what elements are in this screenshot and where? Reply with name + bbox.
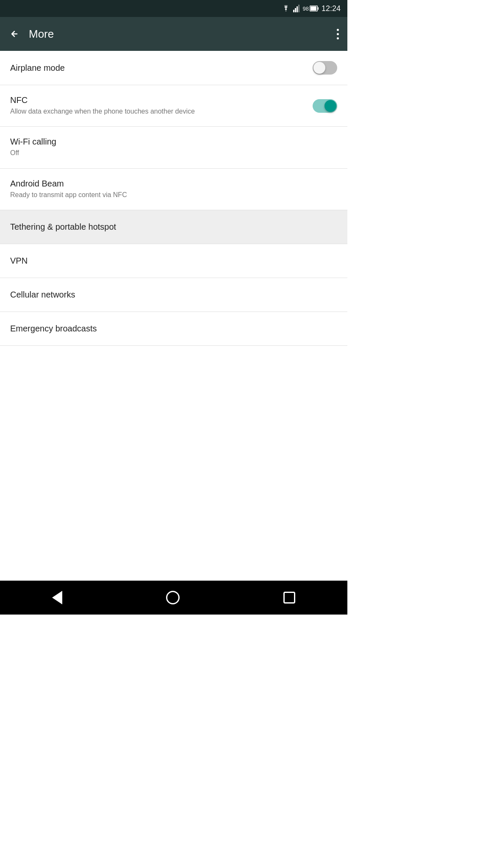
settings-item-airplane-mode[interactable]: Airplane mode [0,51,347,85]
battery-indicator: 98 [302,6,319,12]
toggle-nfc[interactable] [313,99,337,113]
settings-item-cellular-networks[interactable]: Cellular networks [0,278,347,312]
nav-recent-button[interactable] [283,592,295,604]
dot3 [337,37,339,39]
wifi-icon [281,5,291,12]
settings-item-title-tethering: Tethering & portable hotspot [10,222,116,231]
settings-item-content-tethering: Tethering & portable hotspot [10,222,337,232]
settings-item-subtitle-wifi-calling: Off [10,148,337,158]
settings-item-tethering[interactable]: Tethering & portable hotspot [0,210,347,244]
settings-item-title-airplane-mode: Airplane mode [10,63,65,72]
settings-item-content-emergency-broadcasts: Emergency broadcasts [10,324,337,334]
settings-item-content-airplane-mode: Airplane mode [10,63,313,73]
app-bar: More [0,17,347,51]
svg-rect-5 [311,6,316,11]
settings-item-content-wifi-calling: Wi-Fi callingOff [10,137,337,158]
nav-back-button[interactable] [52,591,62,604]
status-icons: 98 12:24 [281,4,341,13]
dot2 [337,33,339,35]
battery-level: 98 [302,6,308,12]
settings-item-title-emergency-broadcasts: Emergency broadcasts [10,324,97,333]
back-button[interactable] [8,29,20,39]
toggle-thumb-nfc [324,100,336,112]
settings-item-subtitle-nfc: Allow data exchange when the phone touch… [10,107,313,116]
nav-back-icon [52,591,62,604]
nav-home-icon [166,591,180,604]
settings-item-content-android-beam: Android BeamReady to transmit app conten… [10,179,337,200]
settings-item-wifi-calling[interactable]: Wi-Fi callingOff [0,127,347,168]
page-title: More [29,28,337,41]
settings-item-title-android-beam: Android Beam [10,179,64,188]
svg-rect-2 [297,6,298,12]
toggle-thumb-airplane-mode [313,62,325,74]
settings-item-content-cellular-networks: Cellular networks [10,290,337,300]
settings-item-nfc[interactable]: NFCAllow data exchange when the phone to… [0,85,347,127]
settings-item-content-nfc: NFCAllow data exchange when the phone to… [10,95,313,116]
overflow-menu-button[interactable] [337,29,339,39]
dot1 [337,29,339,31]
settings-item-subtitle-android-beam: Ready to transmit app content via NFC [10,190,337,200]
settings-list: Airplane modeNFCAllow data exchange when… [0,51,347,346]
signal-icon [293,5,300,12]
settings-item-title-vpn: VPN [10,256,28,265]
settings-item-title-cellular-networks: Cellular networks [10,290,75,299]
bottom-nav [0,581,347,615]
status-time: 12:24 [322,4,341,13]
svg-rect-0 [293,10,294,12]
settings-item-emergency-broadcasts[interactable]: Emergency broadcasts [0,312,347,346]
status-bar: 98 12:24 [0,0,347,17]
toggle-airplane-mode[interactable] [313,61,337,75]
settings-item-android-beam[interactable]: Android BeamReady to transmit app conten… [0,169,347,210]
svg-rect-1 [295,8,296,12]
settings-item-vpn[interactable]: VPN [0,244,347,278]
svg-rect-3 [298,5,299,12]
settings-item-content-vpn: VPN [10,256,337,266]
nav-recent-icon [283,592,295,604]
nav-home-button[interactable] [166,591,180,604]
svg-rect-6 [318,7,319,10]
settings-item-title-nfc: NFC [10,95,28,105]
settings-item-title-wifi-calling: Wi-Fi calling [10,137,56,146]
